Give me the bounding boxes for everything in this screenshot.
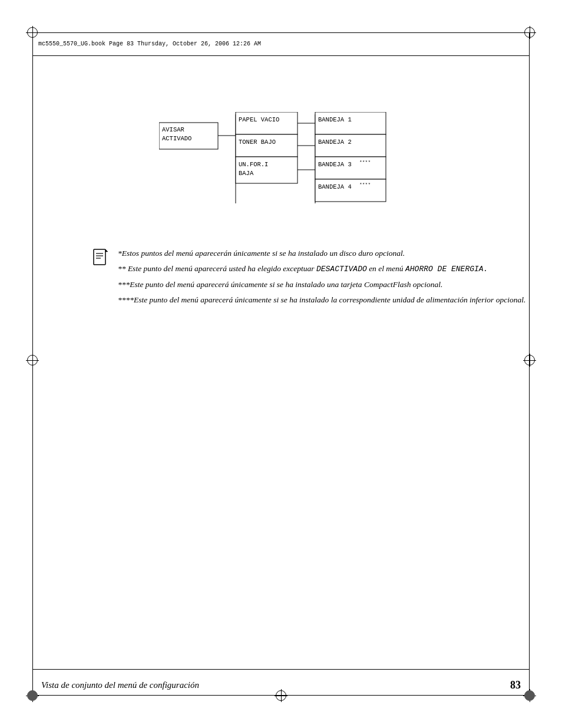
svg-rect-18 xyxy=(315,134,386,157)
note-2-text: ** Este punto del menú aparecerá usted h… xyxy=(118,263,527,275)
svg-text:BANDEJA 1: BANDEJA 1 xyxy=(318,116,352,123)
svg-text:UN.FOR.I: UN.FOR.I xyxy=(239,161,268,168)
svg-rect-16 xyxy=(315,112,386,134)
svg-text:AVISAR: AVISAR xyxy=(162,126,185,133)
svg-text:PAPEL VACIO: PAPEL VACIO xyxy=(239,116,279,123)
svg-text:TONER BAJO: TONER BAJO xyxy=(239,139,276,146)
corner-mark-tl xyxy=(26,26,39,39)
menu-svg: AVISAR ACTIVADO PAPEL VACIO TONER BAJO U… xyxy=(159,112,389,227)
svg-text:ACTIVADO: ACTIVADO xyxy=(162,135,191,142)
svg-text:BANDEJA 3: BANDEJA 3 xyxy=(318,161,352,168)
svg-rect-7 xyxy=(236,134,297,157)
svg-text:****: **** xyxy=(359,182,371,187)
note-3-text: ***Este punto del menú aparecerá únicame… xyxy=(118,279,527,291)
svg-rect-23 xyxy=(315,179,386,202)
footer-page: 83 xyxy=(510,679,521,691)
corner-mark-tr xyxy=(523,26,536,39)
svg-text:BAJA: BAJA xyxy=(239,170,254,177)
note-icon xyxy=(91,249,110,265)
header-area: mc5550_5570_UG.book Page 83 Thursday, Oc… xyxy=(32,32,530,56)
notes-section: *Estos puntos del menú aparecerán únicam… xyxy=(118,248,527,309)
menu-diagram: AVISAR ACTIVADO PAPEL VACIO TONER BAJO U… xyxy=(159,112,389,229)
header-text: mc5550_5570_UG.book Page 83 Thursday, Oc… xyxy=(38,41,261,47)
corner-mark-mr xyxy=(523,354,536,367)
footer-title: Vista de conjunto del menú de configurac… xyxy=(41,680,199,690)
svg-rect-20 xyxy=(315,157,386,179)
svg-text:BANDEJA 4: BANDEJA 4 xyxy=(318,183,352,190)
svg-text:****: **** xyxy=(359,159,371,164)
note-4-text: ****Este punto del menú aparecerá únicam… xyxy=(118,294,527,306)
note-1-text: *Estos puntos del menú aparecerán únicam… xyxy=(118,248,527,259)
footer-area: Vista de conjunto del menú de configurac… xyxy=(32,669,530,696)
svg-rect-5 xyxy=(236,112,297,134)
corner-mark-ml xyxy=(26,354,39,367)
svg-text:BANDEJA 2: BANDEJA 2 xyxy=(318,139,352,146)
svg-rect-26 xyxy=(94,249,105,265)
